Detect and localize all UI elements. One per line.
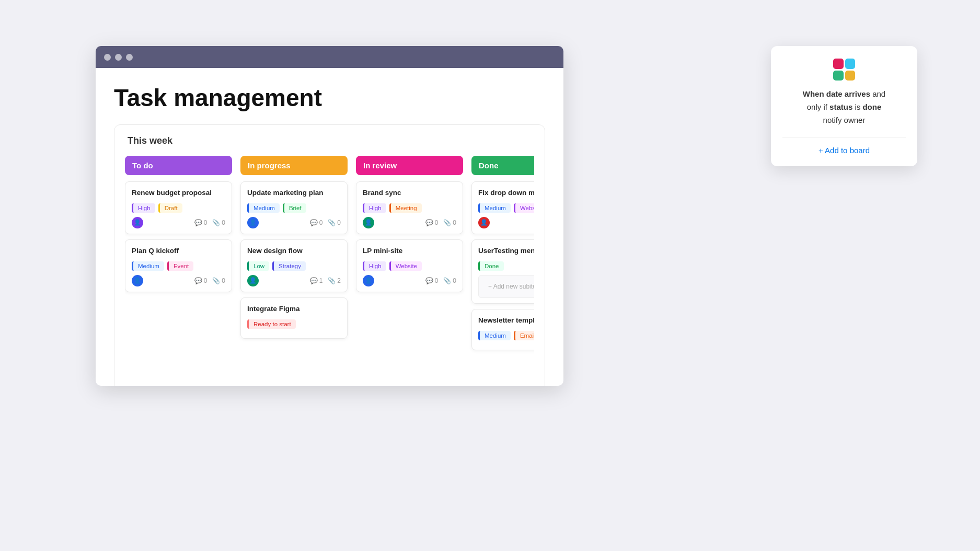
add-to-board-button[interactable]: + Add to board <box>782 146 906 155</box>
tag-event: Event <box>167 261 193 271</box>
attachment-count: 📎 0 <box>443 219 456 226</box>
card-meta: 💬 0 📎 0 <box>310 219 341 226</box>
attachment-count: 📎 2 <box>328 277 341 284</box>
slack-icon-cell-1 <box>833 59 844 69</box>
tag-medium: Medium <box>247 203 280 213</box>
column-header-inreview: In review <box>356 156 463 175</box>
comment-count: 💬 1 <box>310 277 323 284</box>
tag-medium: Medium <box>478 203 511 213</box>
add-subitem-button[interactable]: + Add new subitem... <box>484 280 534 293</box>
column-inprogress: In progress Update marketing plan Medium… <box>240 156 348 355</box>
card-new-design-flow[interactable]: New design flow Low Strategy 👤 💬 <box>240 239 348 292</box>
card-brand-sync[interactable]: Brand sync High Meeting 👤 💬 0 <box>356 181 463 234</box>
card-lp-minisite[interactable]: LP mini-site High Website 👤 💬 <box>356 239 463 292</box>
comment-count: 💬 0 <box>425 277 439 284</box>
card-update-marketing[interactable]: Update marketing plan Medium Brief 👤 💬 <box>240 181 348 234</box>
card-meta: 💬 1 📎 2 <box>310 277 341 284</box>
card-fix-dropdown[interactable]: Fix drop down menu Medium Website 👤 💬 <box>471 181 534 234</box>
card-integrate-figma[interactable]: Integrate Figma Ready to start <box>240 297 348 339</box>
card-meta: 💬 0 📎 0 <box>425 219 456 226</box>
card-footer: 👤 💬 0 📎 0 <box>363 217 456 228</box>
avatar: 👤 <box>363 217 374 228</box>
tag-done: Done <box>478 261 504 271</box>
popup-text-status: status <box>829 102 852 111</box>
attachment-icon: 📎 <box>443 277 451 284</box>
card-title: Newsletter template <box>478 316 534 326</box>
tag-low: Low <box>247 261 269 271</box>
tag-strategy: Strategy <box>272 261 306 271</box>
card-title: Integrate Figma <box>247 304 341 314</box>
card-footer: 👤 💬 1 📎 2 <box>247 275 341 286</box>
browser-dot-1 <box>104 54 111 61</box>
popup-notification-text: When date arrives and only if status is … <box>782 88 906 127</box>
attachment-icon: 📎 <box>212 219 220 226</box>
comment-icon: 💬 <box>194 219 202 226</box>
popup-text-when-date: When date arrives <box>803 89 870 98</box>
avatar: 👤 <box>132 275 143 286</box>
card-meta: 💬 0 📎 0 <box>194 277 225 284</box>
card-title: Update marketing plan <box>247 188 341 198</box>
card-footer: 👤 💬 1 📎 1 <box>478 217 534 228</box>
card-footer: 👤 💬 0 📎 0 <box>132 217 225 228</box>
card-title: UserTesting menu <box>478 246 534 256</box>
browser-dot-2 <box>115 54 122 61</box>
card-usertesting[interactable]: UserTesting menu Done + Add new subitem.… <box>471 239 534 304</box>
popup-divider <box>782 137 906 137</box>
tag-brief: Brief <box>283 203 306 213</box>
card-footer: 👤 💬 0 📎 0 <box>132 275 225 286</box>
card-tags: High Meeting <box>363 203 456 213</box>
comment-icon: 💬 <box>310 219 318 226</box>
browser-content: Task management This week To do Renew bu… <box>96 68 563 386</box>
card-meta: 💬 0 📎 0 <box>425 277 456 284</box>
slack-logo-container <box>782 59 906 81</box>
column-header-inprogress: In progress <box>240 156 348 175</box>
column-header-done: Done <box>471 156 534 175</box>
outer-container: Task management This week To do Renew bu… <box>0 0 980 551</box>
card-tags: Medium Event <box>132 261 225 271</box>
tag-website: Website <box>389 261 422 271</box>
avatar: 👤 <box>132 217 143 228</box>
card-newsletter[interactable]: Newsletter template Medium Email <box>471 309 534 350</box>
tag-high: High <box>132 203 155 213</box>
popup-text-done: done <box>862 102 881 111</box>
card-plan-kickoff[interactable]: Plan Q kickoff Medium Event 👤 💬 <box>125 239 232 292</box>
slack-icon-cell-2 <box>845 59 856 69</box>
column-inreview: In review Brand sync High Meeting 👤 <box>356 156 463 355</box>
card-footer: 👤 💬 0 📎 0 <box>247 217 341 228</box>
tag-high: High <box>363 261 386 271</box>
popup-text-notify: notify owner <box>823 116 866 124</box>
card-tags: Done <box>478 261 534 271</box>
slack-icon-cell-3 <box>833 71 844 81</box>
attachment-icon: 📎 <box>328 219 336 226</box>
comment-icon: 💬 <box>194 277 202 284</box>
browser-titlebar <box>96 46 563 68</box>
comment-count: 💬 0 <box>194 277 207 284</box>
card-tags: Medium Brief <box>247 203 341 213</box>
card-renew-budget[interactable]: Renew budget proposal High Draft 👤 💬 <box>125 181 232 234</box>
comment-count: 💬 0 <box>310 219 323 226</box>
tag-readytostart: Ready to start <box>247 319 296 329</box>
avatar: 👤 <box>247 275 259 286</box>
card-title: Renew budget proposal <box>132 188 225 198</box>
card-title: New design flow <box>247 246 341 256</box>
card-tags: Medium Email <box>478 331 534 340</box>
attachment-icon: 📎 <box>212 277 220 284</box>
column-header-todo: To do <box>125 156 232 175</box>
attachment-count: 📎 0 <box>212 219 225 226</box>
card-title: Fix drop down menu <box>478 188 534 198</box>
column-todo: To do Renew budget proposal High Draft 👤 <box>125 156 232 355</box>
comment-icon: 💬 <box>425 219 433 226</box>
card-title: LP mini-site <box>363 246 456 256</box>
comment-count: 💬 0 <box>425 219 439 226</box>
slack-icon-cell-4 <box>845 71 856 81</box>
page-title: Task management <box>114 84 545 112</box>
subitem-card: + Add new subitem... <box>478 275 534 298</box>
card-tags: High Draft <box>132 203 225 213</box>
attachment-icon: 📎 <box>328 277 336 284</box>
card-tags: Ready to start <box>247 319 341 329</box>
tag-draft: Draft <box>158 203 182 213</box>
attachment-count: 📎 0 <box>328 219 341 226</box>
board-wrapper: This week To do Renew budget proposal Hi… <box>114 124 545 386</box>
avatar: 👤 <box>478 217 490 228</box>
card-meta: 💬 0 📎 0 <box>194 219 225 226</box>
